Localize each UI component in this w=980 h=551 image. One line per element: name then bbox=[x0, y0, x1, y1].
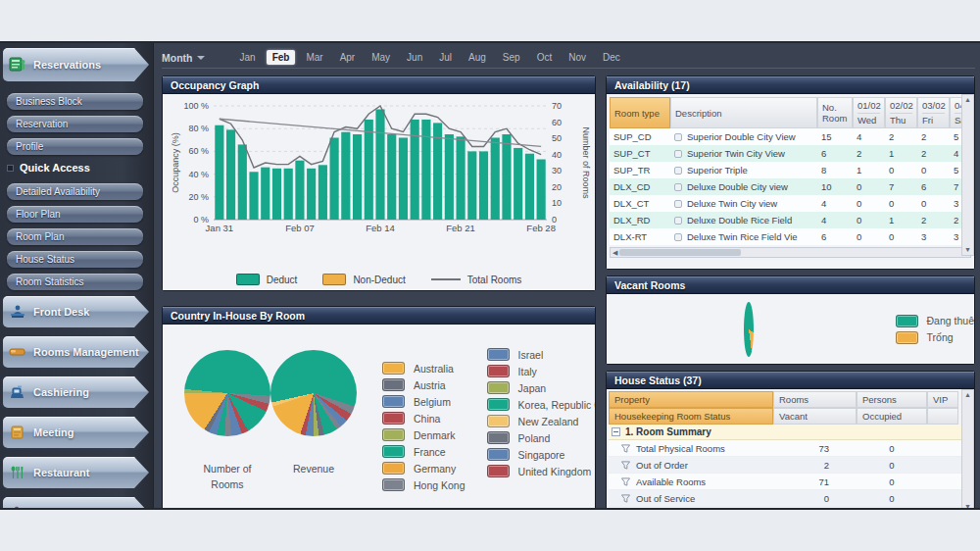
svg-text:60 %: 60 % bbox=[188, 146, 209, 156]
col-header-date-2[interactable]: 02/02Thu bbox=[885, 97, 917, 128]
sidebar-item-restaurant[interactable]: Restaurant bbox=[3, 457, 149, 488]
availability-panel: Availability (17) Room type Description … bbox=[606, 75, 975, 270]
checkbox-icon[interactable] bbox=[674, 167, 682, 175]
occupancy-graph-panel-header[interactable]: Occupancy Graph bbox=[163, 76, 595, 94]
availability-row[interactable]: DLX_CTDeluxe Twin City view40003 bbox=[610, 195, 971, 212]
availability-horizontal-scrollbar[interactable]: ◀ ▶ bbox=[610, 247, 971, 258]
sidebar-item-meeting[interactable]: Meeting bbox=[3, 417, 149, 448]
col-header-description[interactable]: Description bbox=[670, 97, 817, 128]
occupancy-bar bbox=[226, 129, 235, 220]
sidebar-item-cashiering[interactable]: Cashiering bbox=[3, 376, 149, 408]
scroll-up-icon[interactable]: ▲ bbox=[964, 96, 971, 104]
col-header-empty[interactable] bbox=[927, 408, 958, 425]
checkbox-icon[interactable] bbox=[674, 150, 682, 158]
sidebar-item-profile[interactable]: Profile bbox=[7, 138, 143, 155]
availability-row[interactable]: DLX_RDDeluxe Double Rice Field40122 bbox=[610, 212, 971, 228]
col-header-room-type[interactable]: Room type bbox=[610, 97, 670, 128]
month-tab-may[interactable]: May bbox=[366, 50, 396, 65]
sidebar-item-room-plan[interactable]: Room Plan bbox=[7, 228, 143, 245]
legend-item: Trống bbox=[896, 331, 974, 344]
availability-row[interactable]: DLX_CDDeluxe Double City view100767 bbox=[610, 178, 971, 195]
col-header-rooms[interactable]: Rooms bbox=[773, 391, 857, 408]
legend-swatch-icon bbox=[487, 465, 510, 477]
availability-vertical-scrollbar[interactable]: ▲ ▼ bbox=[961, 94, 974, 256]
col-header-persons[interactable]: Persons bbox=[857, 391, 927, 408]
occupancy-bar bbox=[330, 137, 339, 220]
scroll-up-icon[interactable]: ▲ bbox=[964, 391, 971, 399]
occupancy-bar bbox=[456, 136, 465, 220]
sidebar-item-front-desk[interactable]: Front Desk bbox=[3, 296, 149, 327]
country-legend-col2: IsraelItalyJapanKorea, Republic OfNew Ze… bbox=[487, 348, 596, 491]
legend-swatch-icon bbox=[382, 362, 405, 375]
square-bullet-icon bbox=[7, 165, 14, 172]
month-tab-dec[interactable]: Dec bbox=[597, 50, 626, 65]
legend-swatch-icon bbox=[487, 381, 510, 394]
house-status-row[interactable]: Out of Service00 bbox=[609, 490, 972, 507]
col-header-property[interactable]: Property bbox=[609, 391, 773, 408]
checkbox-icon[interactable] bbox=[674, 233, 682, 241]
occupancy-bar bbox=[261, 168, 270, 220]
panel-title: Vacant Rooms bbox=[614, 279, 685, 291]
svg-text:10: 10 bbox=[552, 198, 562, 208]
month-tab-mar[interactable]: Mar bbox=[300, 50, 328, 65]
month-dropdown[interactable]: Month bbox=[162, 52, 205, 64]
checkbox-icon[interactable] bbox=[674, 200, 682, 208]
sidebar-item-reservations[interactable]: Reservations bbox=[3, 48, 149, 81]
availability-row[interactable]: DLX-RTDeluxe Twin Rice Field Vie60033 bbox=[610, 228, 971, 245]
availability-row[interactable]: SUP_TRSuperior Triple81005 bbox=[610, 162, 971, 178]
scroll-down-icon[interactable]: ▼ bbox=[964, 246, 971, 254]
country-legend: AustraliaAustriaBelgiumChinaDenmarkFranc… bbox=[382, 362, 596, 491]
month-tab-apr[interactable]: Apr bbox=[334, 50, 362, 65]
col-header-vacant[interactable]: Vacant bbox=[773, 408, 857, 425]
col-header-vip[interactable]: VIP bbox=[927, 391, 958, 408]
house-status-row[interactable]: Out of Order20 bbox=[609, 457, 972, 474]
cashiering-icon bbox=[9, 383, 26, 401]
scroll-down-icon[interactable]: ▼ bbox=[964, 503, 971, 510]
sidebar-item-house-status[interactable]: House Status bbox=[7, 251, 143, 268]
house-status-row[interactable]: Total Physical Rooms730 bbox=[609, 440, 972, 457]
col-header-date-3[interactable]: 03/02Fri bbox=[917, 97, 950, 128]
vacant-rooms-panel-header[interactable]: Vacant Rooms bbox=[607, 276, 974, 294]
svg-text:30: 30 bbox=[552, 166, 562, 175]
collapse-icon[interactable] bbox=[612, 427, 620, 436]
country-in-house-panel-header[interactable]: Country In-House By Room bbox=[163, 307, 595, 325]
sidebar-item-floor-plan[interactable]: Floor Plan bbox=[7, 206, 143, 223]
month-tab-nov[interactable]: Nov bbox=[563, 50, 592, 65]
house-status-row[interactable]: Available Rooms710 bbox=[609, 474, 972, 490]
sidebar-item-business-block[interactable]: Business Block bbox=[7, 93, 143, 110]
house-status-panel-header[interactable]: House Status (37) bbox=[607, 372, 974, 389]
house-status-vertical-scrollbar[interactable]: ▲ ▼ bbox=[961, 389, 974, 510]
month-tab-aug[interactable]: Aug bbox=[463, 50, 492, 65]
sidebar-item-label: House Status bbox=[16, 254, 74, 265]
sidebar-item-reservation[interactable]: Reservation bbox=[7, 116, 143, 132]
svg-text:100 %: 100 % bbox=[183, 101, 209, 111]
month-tab-jun[interactable]: Jun bbox=[401, 50, 428, 65]
col-header-no-room[interactable]: No. Room bbox=[817, 97, 853, 128]
svg-text:40: 40 bbox=[552, 150, 562, 160]
month-tab-jan[interactable]: Jan bbox=[234, 50, 262, 65]
month-tab-jul[interactable]: Jul bbox=[433, 50, 458, 65]
sidebar-item-rooms-management[interactable]: Rooms Management bbox=[3, 336, 149, 368]
month-tab-feb[interactable]: Feb bbox=[267, 50, 296, 65]
legend-item: United Kingdom bbox=[487, 465, 596, 477]
availability-panel-header[interactable]: Availability (17) bbox=[607, 76, 974, 94]
availability-row[interactable]: SUP_CDSuperior Double City View154225 bbox=[610, 128, 971, 145]
col-header-date-1[interactable]: 01/02Wed bbox=[853, 97, 885, 128]
sidebar-item-detailed-availability[interactable]: Detailed Availability bbox=[7, 183, 143, 200]
legend-swatch-icon bbox=[896, 315, 918, 327]
checkbox-icon[interactable] bbox=[674, 217, 682, 225]
col-header-housekeeping[interactable]: Housekeeping Room Status bbox=[609, 408, 773, 425]
occupancy-legend: DeductNon-DeductTotal Rooms bbox=[163, 269, 595, 290]
scroll-left-icon[interactable]: ◀ bbox=[612, 249, 617, 257]
month-tab-oct[interactable]: Oct bbox=[531, 50, 559, 65]
checkbox-icon[interactable] bbox=[674, 183, 682, 191]
month-tab-sep[interactable]: Sep bbox=[497, 50, 526, 65]
checkbox-icon[interactable] bbox=[674, 133, 682, 141]
availability-row[interactable]: SUP_CTSuperior Twin City View62124 bbox=[610, 145, 971, 162]
house-status-group-row[interactable]: 1. Room Summary bbox=[609, 425, 972, 440]
panel-title: Country In-House By Room bbox=[171, 310, 305, 322]
sidebar-item-partial-bottom[interactable] bbox=[3, 497, 149, 510]
svg-text:20 %: 20 % bbox=[188, 192, 209, 202]
sidebar-item-room-statistics[interactable]: Room Statistics bbox=[7, 274, 143, 290]
col-header-occupied[interactable]: Occupied bbox=[857, 408, 927, 425]
